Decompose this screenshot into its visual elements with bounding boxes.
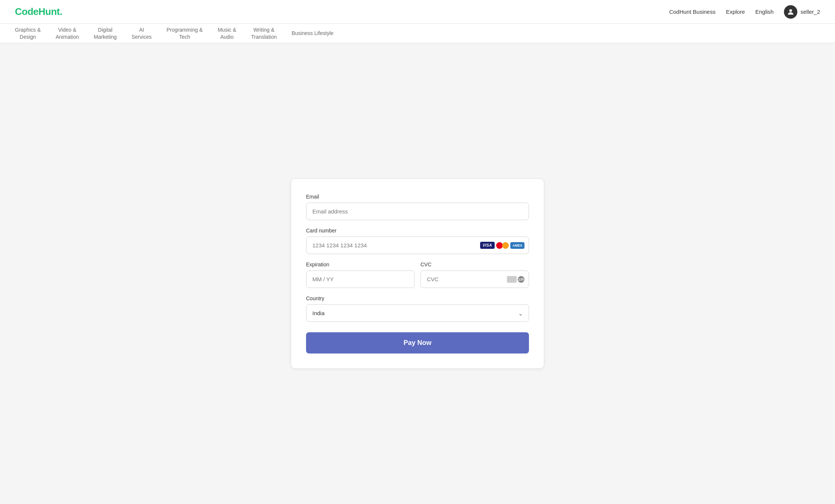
- expiration-group: Expiration: [306, 261, 415, 288]
- cvc-card-shape: [507, 276, 517, 283]
- pay-now-button[interactable]: Pay Now: [306, 332, 529, 354]
- card-number-group: Card number VISA AMEX: [306, 228, 529, 254]
- expiration-label: Expiration: [306, 261, 415, 267]
- business-link[interactable]: CodHunt Business: [669, 9, 715, 15]
- logo-text: CodeHunt: [15, 6, 60, 17]
- header-nav: CodHunt Business Explore English seller_…: [669, 5, 820, 19]
- category-music-audio[interactable]: Music &Audio: [218, 26, 236, 40]
- email-field[interactable]: [306, 203, 529, 220]
- avatar: [784, 5, 797, 19]
- amex-icon: AMEX: [510, 242, 524, 249]
- category-programming-tech[interactable]: Programming &Tech: [167, 26, 203, 40]
- category-digital-marketing[interactable]: DigitalMarketing: [94, 26, 117, 40]
- expiry-cvc-row: Expiration CVC 135: [306, 261, 529, 295]
- explore-link[interactable]: Explore: [726, 9, 745, 15]
- category-nav: Graphics &Design Video &Animation Digita…: [0, 24, 835, 43]
- visa-icon: VISA: [480, 242, 495, 249]
- header: CodeHunt. CodHunt Business Explore Engli…: [0, 0, 835, 24]
- user-section[interactable]: seller_2: [784, 5, 820, 19]
- logo[interactable]: CodeHunt.: [15, 6, 62, 18]
- category-business-lifestyle[interactable]: Business Lifestyle: [292, 30, 333, 37]
- category-graphics-design[interactable]: Graphics &Design: [15, 26, 41, 40]
- cvc-wrapper: 135: [420, 270, 529, 288]
- cvc-group: CVC 135: [420, 261, 529, 288]
- payment-card: Email Card number VISA AMEX Exp: [291, 178, 544, 369]
- card-number-label: Card number: [306, 228, 529, 234]
- country-label: Country: [306, 295, 529, 301]
- cvc-label: CVC: [420, 261, 529, 267]
- cvc-icon: 135: [507, 276, 524, 283]
- logo-dot: .: [60, 6, 62, 17]
- main-content: Email Card number VISA AMEX Exp: [0, 43, 835, 504]
- category-ai-services[interactable]: AIServices: [132, 26, 152, 40]
- category-video-animation[interactable]: Video &Animation: [56, 26, 79, 40]
- expiration-field[interactable]: [306, 270, 415, 288]
- country-select-wrapper: India United States United Kingdom Canad…: [306, 304, 529, 322]
- svg-point-0: [790, 9, 792, 12]
- card-icons: VISA AMEX: [480, 241, 524, 250]
- category-writing-translation[interactable]: Writing &Translation: [251, 26, 277, 40]
- country-group: Country India United States United Kingd…: [306, 295, 529, 322]
- language-selector[interactable]: English: [755, 9, 773, 15]
- country-select[interactable]: India United States United Kingdom Canad…: [306, 304, 529, 322]
- username-label: seller_2: [800, 9, 820, 15]
- card-number-wrapper: VISA AMEX: [306, 237, 529, 254]
- email-label: Email: [306, 194, 529, 200]
- mastercard-icon: [496, 241, 509, 250]
- email-group: Email: [306, 194, 529, 220]
- cvc-badge: 135: [518, 276, 524, 283]
